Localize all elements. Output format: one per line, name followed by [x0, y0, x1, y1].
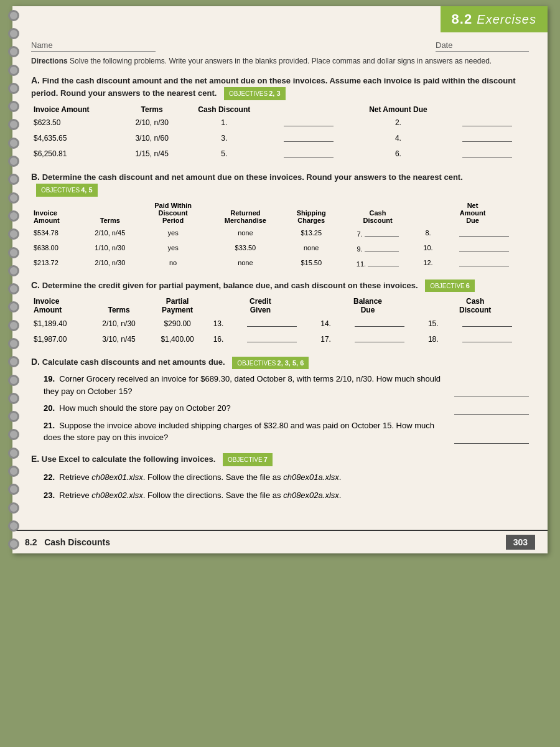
section-e-objectives: OBJECTIVE7: [223, 453, 273, 466]
net-num: 6.: [350, 146, 446, 162]
cd-num: 3.: [181, 131, 268, 146]
name-label: Name: [31, 40, 156, 52]
invoice-amount: $6,250.81: [31, 146, 123, 162]
bd-answer: [338, 316, 422, 331]
col-terms: Terms: [82, 200, 139, 225]
col-net-amount: Net Amount Due: [350, 104, 446, 115]
footer-page-number: 303: [506, 535, 535, 550]
problem-21-text: 21. Suppose the invoice above included s…: [44, 420, 445, 444]
returned: $33.50: [207, 240, 283, 255]
spiral-binding: [7, 6, 20, 553]
page-footer: 8.2 Cash Discounts 303: [12, 530, 548, 553]
section-c: C. Determine the credit given for partia…: [31, 279, 529, 347]
section-b-text: Determine the cash discount and net amou…: [42, 172, 463, 182]
terms: 2/10, n/30: [123, 115, 181, 131]
section-a-title: A. Find the cash discount amount and the…: [31, 74, 529, 100]
problem-20-text: 20. How much should the store pay on Oct…: [44, 402, 445, 415]
partial: $290.00: [148, 316, 207, 331]
net-num: 8.: [416, 225, 440, 240]
section-b-objectives: OBJECTIVES4, 5: [36, 184, 98, 197]
col-cd-blank: [268, 104, 350, 115]
cd-answer: [268, 115, 350, 131]
col-invoice: InvoiceAmount: [31, 296, 90, 316]
terms: 2/10, n/30: [90, 316, 148, 331]
section-b: B. Determine the cash discount and net a…: [31, 171, 529, 270]
col-balance: BalanceDue: [314, 296, 422, 316]
net-num: 2.: [350, 115, 446, 131]
section-c-text: Determine the credit given for partial p…: [42, 281, 418, 290]
section-c-objectives: OBJECTIVE6: [425, 280, 475, 293]
net-answer: [440, 225, 529, 240]
name-date-row: Name Date: [31, 40, 529, 53]
col-terms: Terms: [90, 296, 148, 316]
cg-num: 13.: [207, 316, 230, 331]
bd-num: 14.: [314, 316, 338, 331]
cd-num: 11.: [339, 255, 416, 270]
net-num: 12.: [416, 255, 440, 270]
col-credit: CreditGiven: [207, 296, 314, 316]
col-invoice: InvoiceAmount: [31, 200, 82, 225]
section-e: E. Use Excel to calculate the following …: [31, 453, 529, 503]
footer-section-title: 8.2 Cash Discounts: [25, 537, 110, 548]
problem-19: 19. Corner Grocery received an invoice f…: [44, 373, 529, 397]
cg-num: 16.: [207, 331, 230, 347]
terms: 1/10, n/30: [82, 240, 139, 255]
header-tab: 8.2 Exercises: [441, 6, 548, 32]
invoice-amount: $1,189.40: [31, 316, 90, 331]
table-row: $213.72 2/10, n/30 no none $15.50 11. 12…: [31, 255, 529, 270]
section-d-title: D. Calculate cash discounts and net amou…: [31, 355, 529, 369]
terms: 2/10, n/45: [82, 225, 139, 240]
filename-23b: ch08ex02a.xlsx: [283, 491, 339, 500]
table-row: $1,189.40 2/10, n/30 $290.00 13. 14. 15.: [31, 316, 529, 331]
cd-num: 9.: [339, 240, 416, 255]
col-cash-discount: Cash Discount: [181, 104, 268, 115]
cd-answer: [268, 131, 350, 146]
cd-num: 15.: [421, 316, 445, 331]
shipping: $15.50: [284, 255, 339, 270]
problem-21: 21. Suppose the invoice above included s…: [44, 420, 529, 444]
table-row: $6,250.81 1/15, n/45 5. 6.: [31, 146, 529, 162]
terms: 2/10, n/30: [82, 255, 139, 270]
problem-20: 20. How much should the store pay on Oct…: [44, 402, 529, 415]
net-answer: [440, 240, 529, 255]
cg-answer: [230, 331, 314, 347]
section-d-objectives: OBJECTIVES2, 3, 5, 6: [232, 357, 309, 370]
shipping: none: [284, 240, 339, 255]
filename-22b: ch08ex01a.xlsx: [283, 472, 339, 482]
shipping: $13.25: [284, 225, 339, 240]
table-row: $534.78 2/10, n/45 yes none $13.25 7. 8.: [31, 225, 529, 240]
invoice-amount: $4,635.65: [31, 131, 123, 146]
net-answer: [440, 255, 529, 270]
table-row: $4,635.65 3/10, n/60 3. 4.: [31, 131, 529, 146]
problem-23: 23. Retrieve ch08ex02.xlsx. Follow the d…: [44, 488, 529, 502]
paid: yes: [139, 225, 207, 240]
col-returned: ReturnedMerchandise: [207, 200, 283, 225]
terms: 3/10, n/45: [90, 331, 148, 347]
bd-answer: [338, 331, 422, 347]
cd-answer: [445, 331, 529, 347]
invoice-amount: $213.72: [31, 255, 82, 270]
col-cash: CashDiscount: [421, 296, 529, 316]
section-d: D. Calculate cash discounts and net amou…: [31, 355, 529, 443]
partial: $1,400.00: [148, 331, 207, 347]
directions-text: Solve the following problems. Write your…: [70, 57, 492, 65]
directions-block: Directions Solve the following problems.…: [31, 55, 529, 67]
returned: none: [207, 255, 283, 270]
invoice-amount: $623.50: [31, 115, 123, 131]
net-num: 4.: [350, 131, 446, 146]
section-exercises-label: Exercises: [477, 12, 536, 26]
section-a-table: Invoice Amount Terms Cash Discount Net A…: [31, 104, 529, 162]
paid: yes: [139, 240, 207, 255]
terms: 3/10, n/60: [123, 131, 181, 146]
invoice-amount: $638.00: [31, 240, 82, 255]
table-row: $623.50 2/10, n/30 1. 2.: [31, 115, 529, 131]
section-d-text: Calculate cash discounts and net amounts…: [42, 357, 225, 367]
footer-title-text: Cash Discounts: [44, 537, 110, 547]
table-row: $1,987.00 3/10, n/45 $1,400.00 16. 17. 1…: [31, 331, 529, 347]
invoice-amount: $1,987.00: [31, 331, 90, 347]
date-label: Date: [436, 40, 529, 52]
directions-label: Directions: [31, 57, 68, 65]
section-c-title: C. Determine the credit given for partia…: [31, 279, 529, 293]
problem-22: 22. Retrieve ch08ex01.xlsx. Follow the d…: [44, 470, 529, 484]
col-net: NetAmountDue: [416, 200, 529, 225]
